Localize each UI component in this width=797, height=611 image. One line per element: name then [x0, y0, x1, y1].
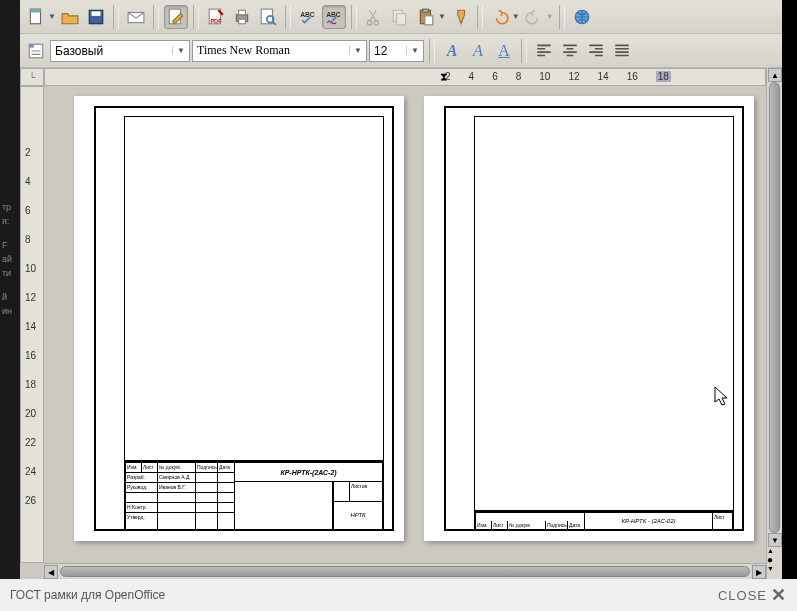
svg-text:ABC: ABC [326, 11, 341, 18]
scroll-up-icon[interactable]: ▲ [768, 68, 782, 82]
close-icon: ✕ [771, 584, 787, 606]
export-pdf-button[interactable]: PDF [204, 5, 228, 29]
undo-dropdown-icon[interactable]: ▼ [512, 12, 520, 21]
underline-button[interactable]: A [492, 39, 516, 63]
separator [153, 5, 159, 29]
new-doc-dropdown-icon[interactable]: ▼ [48, 12, 56, 21]
doc-code: КР-НРТК - (2АС-02) [585, 512, 713, 530]
svg-rect-21 [425, 15, 433, 24]
spellcheck-button[interactable]: ABC [296, 5, 320, 29]
ruler-corner[interactable]: └ [20, 68, 44, 86]
canvas[interactable]: Изм. Лист № докум. Подпись Дата Разраб. … [44, 86, 766, 563]
chevron-down-icon: ▼ [349, 46, 362, 55]
cell-razrab: Разраб. [126, 473, 158, 482]
edit-doc-button[interactable] [164, 5, 188, 29]
standard-toolbar: ▼ PDF ABC ABC ▼ ▼ ▼ [20, 0, 782, 34]
align-center-button[interactable] [558, 39, 582, 63]
new-doc-button[interactable] [24, 5, 48, 29]
align-right-button[interactable] [584, 39, 608, 63]
nav-target-icon[interactable]: ● [767, 554, 782, 565]
cell-list: Лист [142, 463, 158, 472]
auto-spellcheck-button[interactable]: ABC [322, 5, 346, 29]
font-name-combo[interactable]: Times New Roman ▼ [192, 40, 367, 62]
font-size-combo[interactable]: 12 ▼ [369, 40, 424, 62]
chevron-down-icon: ▼ [406, 46, 419, 55]
cell-nkontr: Н.Контр. [126, 503, 158, 512]
align-justify-button[interactable] [610, 39, 634, 63]
paragraph-style-value: Базовый [55, 44, 103, 58]
svg-rect-24 [29, 44, 34, 47]
svg-text:ABC: ABC [300, 11, 315, 18]
open-button[interactable] [58, 5, 82, 29]
hyperlink-button[interactable] [570, 5, 594, 29]
align-left-button[interactable] [532, 39, 556, 63]
page-2: Изм. Лист № докум. Подпись Дата КР-НРТК … [424, 96, 754, 541]
mail-button[interactable] [124, 5, 148, 29]
save-button[interactable] [84, 5, 108, 29]
scroll-right-icon[interactable]: ▶ [752, 565, 766, 579]
close-button[interactable]: CLOSE ✕ [718, 584, 787, 606]
svg-rect-9 [239, 10, 246, 15]
vruler-labels: 2 4 6 8 10 12 14 16 18 20 22 24 26 [25, 147, 36, 506]
cell-rukovod-name: Иванов В.Г. [158, 483, 196, 492]
cell-sign: Подпись [546, 521, 568, 529]
cell-docnum: № докум. [158, 463, 196, 472]
page-nav-buttons: ▲ ● ▼ [766, 547, 782, 579]
separator [559, 5, 565, 29]
doc-code: КР-НРТК-(2АС-2) [235, 462, 383, 482]
scroll-left-icon[interactable]: ◀ [44, 565, 58, 579]
cell-izm: Изм. [126, 463, 142, 472]
scrollbar-thumb[interactable] [60, 566, 750, 577]
separator [285, 5, 291, 29]
styles-button[interactable] [24, 39, 48, 63]
svg-rect-10 [239, 19, 246, 24]
print-preview-button[interactable] [256, 5, 280, 29]
cut-button[interactable] [362, 5, 386, 29]
horizontal-ruler[interactable]: ⧗ 2 4 6 8 10 12 14 16 18 [44, 68, 766, 86]
undo-button[interactable] [488, 5, 512, 29]
cell-list: Лист [492, 521, 508, 529]
bold-button[interactable]: A [440, 39, 464, 63]
svg-rect-18 [397, 13, 406, 24]
vertical-ruler[interactable]: 2 4 6 8 10 12 14 16 18 20 22 24 26 [20, 86, 44, 563]
prev-page-icon[interactable]: ▲ [767, 547, 782, 554]
app-window: ▼ PDF ABC ABC ▼ ▼ ▼ Базовый ▼ [20, 0, 782, 579]
paste-dropdown-icon[interactable]: ▼ [438, 12, 446, 21]
paragraph-style-combo[interactable]: Базовый ▼ [50, 40, 190, 62]
document-area: └ ⧗ 2 4 6 8 10 12 14 16 18 2 4 6 8 10 [20, 68, 782, 579]
org-name: НРТК [333, 500, 383, 530]
svg-rect-20 [423, 9, 429, 12]
formatting-toolbar: Базовый ▼ Times New Roman ▼ 12 ▼ A A A [20, 34, 782, 68]
background-strip: тр я: F ай ти й ин [0, 0, 20, 579]
caption-bar: ГОСТ рамки для OpenOffice CLOSE ✕ [0, 579, 797, 611]
svg-text:PDF: PDF [210, 17, 222, 23]
svg-rect-1 [30, 9, 40, 12]
separator [429, 39, 435, 63]
next-page-icon[interactable]: ▼ [767, 565, 782, 572]
svg-rect-3 [91, 11, 100, 16]
cell-sign: Подпись [196, 463, 218, 472]
copy-button[interactable] [388, 5, 412, 29]
cell-izm: Изм. [476, 521, 492, 529]
horizontal-scrollbar[interactable]: ◀ ▶ [44, 563, 766, 579]
cell-razrab-name: Смирнов А.Д. [158, 473, 196, 482]
print-button[interactable] [230, 5, 254, 29]
cell-sheet: Лист [713, 512, 733, 530]
font-size-value: 12 [374, 44, 387, 58]
redo-dropdown-icon[interactable]: ▼ [546, 12, 554, 21]
format-paintbrush-button[interactable] [448, 5, 472, 29]
italic-button[interactable]: A [466, 39, 490, 63]
scroll-down-icon[interactable]: ▼ [768, 533, 782, 547]
cell-date: Дата [218, 463, 234, 472]
scrollbar-thumb[interactable] [769, 82, 780, 533]
caption-text: ГОСТ рамки для OpenOffice [10, 588, 165, 602]
cell-date: Дата [568, 521, 584, 529]
redo-button[interactable] [522, 5, 546, 29]
vertical-scrollbar[interactable]: ▲ ▼ [766, 68, 782, 547]
paste-button[interactable] [414, 5, 438, 29]
separator [113, 5, 119, 29]
page-1: Изм. Лист № докум. Подпись Дата Разраб. … [74, 96, 404, 541]
separator [193, 5, 199, 29]
title-block: Изм. Лист № докум. Подпись Дата Разраб. … [124, 461, 384, 531]
inner-frame [474, 116, 734, 511]
